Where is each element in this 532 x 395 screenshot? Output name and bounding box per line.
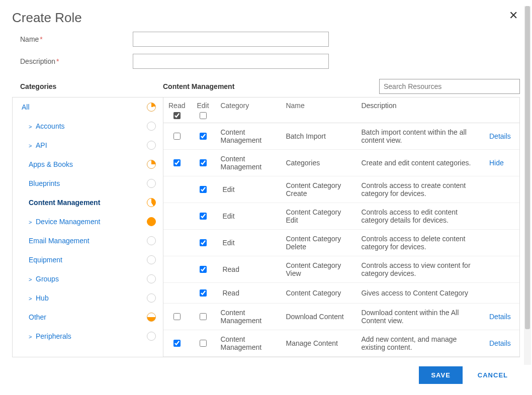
table-row: Content ManagementCategoriesCreate and e…: [163, 150, 519, 176]
row-description: Controls access to view content for cate…: [356, 256, 484, 283]
edit-checkbox[interactable]: [200, 239, 207, 246]
close-icon[interactable]: ✕: [507, 8, 520, 23]
name-field[interactable]: [133, 32, 329, 47]
read-checkbox[interactable]: [173, 159, 181, 166]
save-button[interactable]: SAVE: [419, 366, 462, 384]
row-name: Batch Import: [281, 123, 356, 150]
description-label: Description*: [12, 57, 133, 65]
row-category: Edit: [215, 176, 281, 203]
name-label: Name*: [12, 35, 133, 43]
category-label: Apps & Books: [29, 160, 73, 168]
read-checkbox[interactable]: [173, 313, 181, 320]
chevron-right-icon: >: [29, 124, 34, 130]
edit-checkbox[interactable]: [200, 340, 207, 347]
progress-pie-icon: [147, 179, 156, 188]
row-description: Batch import content within the all cont…: [356, 123, 484, 150]
edit-checkbox[interactable]: [200, 289, 207, 297]
category-label: Accounts: [36, 122, 65, 130]
read-checkbox[interactable]: [173, 133, 181, 140]
category-item[interactable]: All: [13, 97, 163, 117]
category-item[interactable]: >Device Management: [13, 212, 163, 231]
category-list[interactable]: All>Accounts>APIApps & BooksBlueprintsCo…: [13, 97, 163, 357]
category-label: Equipment: [29, 256, 62, 264]
progress-pie-icon: [147, 141, 156, 150]
category-label: Blueprints: [29, 179, 60, 187]
panel-title: Content Management: [163, 82, 344, 90]
table-row: EditContent Category EditControls access…: [163, 203, 519, 230]
col-edit: Edit: [190, 97, 215, 123]
col-name: Name: [281, 97, 356, 123]
category-label: Other: [29, 313, 46, 321]
row-description: Controls access to create content catego…: [356, 176, 484, 203]
category-label: Email Management: [29, 237, 90, 245]
category-item[interactable]: Other: [13, 308, 163, 327]
table-row: ReadContent Category ViewControls access…: [163, 256, 519, 283]
edit-checkbox[interactable]: [200, 266, 207, 273]
edit-checkbox[interactable]: [200, 313, 207, 320]
search-input[interactable]: [379, 79, 520, 94]
category-item[interactable]: Content Management: [13, 193, 163, 212]
category-label: Peripherals: [36, 332, 71, 340]
row-description: Controls access to delete content catego…: [356, 230, 484, 256]
progress-pie-icon: [147, 236, 156, 245]
cancel-button[interactable]: CANCEL: [475, 371, 511, 379]
progress-pie-icon: [147, 313, 156, 322]
progress-pie-icon: [147, 217, 156, 226]
edit-all-checkbox[interactable]: [200, 112, 207, 119]
table-row: Content ManagementManage ContentAdd new …: [163, 330, 519, 357]
progress-pie-icon: [147, 255, 156, 264]
row-name: Content Category Delete: [281, 230, 356, 256]
row-name: Content Category Create: [281, 176, 356, 203]
row-category: Content Management: [215, 330, 281, 357]
progress-pie-icon: [147, 160, 156, 169]
progress-pie-icon: [147, 122, 156, 131]
category-label: Groups: [36, 275, 59, 283]
row-description: Download content within the All Content …: [356, 304, 484, 330]
category-label: API: [36, 141, 47, 149]
row-description: Controls access to edit content category…: [356, 203, 484, 230]
row-name: Manage Content: [281, 330, 356, 357]
details-link[interactable]: Details: [489, 339, 511, 347]
category-item[interactable]: Email Management: [13, 231, 163, 250]
row-description: Add new content, and manage existing con…: [356, 330, 484, 357]
category-item[interactable]: >API: [13, 136, 163, 155]
table-row: ReadContent CategoryGives access to Cont…: [163, 283, 519, 304]
categories-heading: Categories: [12, 82, 163, 90]
page-scrollbar[interactable]: [524, 6, 531, 365]
row-category: Content Management: [215, 123, 281, 150]
row-name: Content Category Edit: [281, 203, 356, 230]
category-item[interactable]: Apps & Books: [13, 155, 163, 174]
chevron-right-icon: >: [29, 334, 34, 340]
row-category: Read: [215, 283, 281, 304]
row-name: Content Category View: [281, 256, 356, 283]
row-description: Gives access to Content Category: [356, 283, 484, 304]
category-item[interactable]: >Accounts: [13, 117, 163, 136]
table-row: EditContent Category CreateControls acce…: [163, 176, 519, 203]
row-category: Edit: [215, 203, 281, 230]
permissions-table-wrap[interactable]: Read Edit Category Name Description Cont: [163, 97, 519, 357]
read-all-checkbox[interactable]: [173, 112, 181, 119]
table-row: Content ManagementDownload ContentDownlo…: [163, 304, 519, 330]
col-category: Category: [215, 97, 281, 123]
table-row: Content ManagementBatch ImportBatch impo…: [163, 123, 519, 150]
details-link[interactable]: Details: [489, 313, 511, 321]
details-link[interactable]: Details: [489, 132, 511, 140]
category-item[interactable]: >Groups: [13, 269, 163, 288]
row-category: Content: [215, 357, 281, 357]
row-name: Download Content: [281, 304, 356, 330]
edit-checkbox[interactable]: [200, 159, 207, 166]
description-field[interactable]: [133, 54, 329, 69]
category-label: Hub: [36, 294, 49, 302]
page-title: Create Role: [12, 10, 82, 26]
category-item[interactable]: >Peripherals: [13, 327, 163, 346]
read-checkbox[interactable]: [173, 340, 181, 347]
category-item[interactable]: Blueprints: [13, 174, 163, 193]
edit-checkbox[interactable]: [200, 186, 207, 193]
edit-checkbox[interactable]: [200, 133, 207, 140]
progress-pie-icon: [147, 274, 156, 283]
category-item[interactable]: >Hub: [13, 288, 163, 308]
edit-checkbox[interactable]: [200, 213, 207, 220]
hide-link[interactable]: Hide: [489, 159, 504, 167]
table-row: ContentRemotely install and delete: [163, 357, 519, 357]
category-item[interactable]: Equipment: [13, 250, 163, 269]
